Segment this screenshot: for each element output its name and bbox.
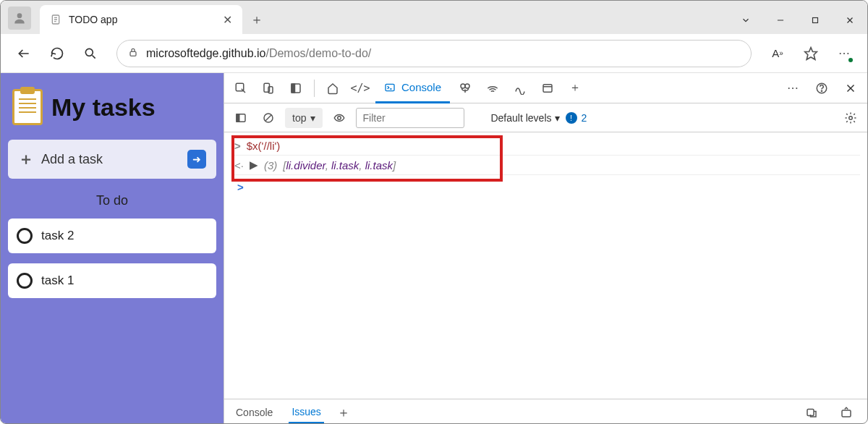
input-prompt-icon: > [234, 140, 241, 152]
close-devtools-icon[interactable] [838, 76, 863, 101]
clear-console-icon[interactable] [258, 107, 279, 129]
console-toolbar: top ▾ Default levels ▾ ! 2 [224, 103, 867, 132]
chevron-down-icon: ▾ [555, 112, 560, 124]
issues-badge[interactable]: ! 2 [566, 112, 587, 124]
svg-rect-6 [813, 18, 818, 23]
todo-app-panel: My tasks ＋ Add a task ➜ To do task 2 tas… [1, 73, 224, 424]
svg-point-27 [821, 90, 822, 91]
menu-button[interactable]: ⋯ [831, 41, 857, 67]
svg-rect-37 [842, 410, 851, 417]
url-text: microsoftedge.github.io/Demos/demo-to-do… [146, 47, 371, 60]
close-window-button[interactable] [833, 7, 867, 34]
devtools-panel: </> Console ＋ ⋯ top ▾ [224, 73, 867, 424]
log-levels-selector[interactable]: Default levels ▾ [490, 112, 559, 124]
svg-rect-18 [292, 84, 295, 93]
svg-point-21 [461, 84, 465, 88]
sidebar-toggle-icon[interactable] [230, 107, 252, 129]
minimize-button[interactable] [763, 7, 798, 34]
checkbox-circle[interactable] [17, 273, 33, 289]
tab-title: TODO app [69, 14, 216, 25]
input-prompt-icon: > [234, 178, 247, 196]
task-text: task 2 [41, 229, 74, 243]
profile-button[interactable] [8, 7, 31, 30]
refresh-button[interactable] [44, 41, 70, 67]
console-prompt-line[interactable]: > [231, 175, 860, 199]
console-result-line[interactable]: <· ▶ (3) [li.divider, li.task, li.task] [231, 156, 860, 175]
window-controls [728, 7, 867, 34]
levels-label: Default levels [490, 112, 551, 124]
svg-rect-24 [543, 84, 552, 92]
read-aloud-button[interactable]: A» [765, 41, 791, 67]
console-tab[interactable]: Console [375, 73, 450, 103]
plus-icon: ＋ [18, 148, 34, 170]
chevron-down-icon[interactable] [728, 7, 763, 34]
drawer-add-tab-button[interactable]: ＋ [337, 404, 350, 421]
console-input-code: $x('//li') [247, 140, 281, 152]
svg-point-22 [465, 84, 469, 88]
window-titlebar: TODO app ✕ ＋ [1, 1, 867, 34]
drawer-expand-icon[interactable] [834, 400, 859, 425]
welcome-tab-icon[interactable] [320, 76, 345, 101]
context-selector[interactable]: top ▾ [285, 108, 323, 128]
issue-dot-icon: ! [566, 112, 577, 124]
back-button[interactable] [11, 41, 37, 67]
output-prompt-icon: <· [234, 159, 244, 171]
sources-tab-icon[interactable] [453, 76, 477, 101]
page-icon [50, 14, 61, 25]
live-expression-icon[interactable] [328, 107, 350, 129]
network-tab-icon[interactable] [480, 76, 505, 101]
arrow-right-icon[interactable]: ➜ [187, 150, 206, 169]
context-label: top [292, 112, 306, 124]
app-title: My tasks [51, 93, 156, 122]
svg-line-11 [93, 55, 95, 58]
url-bar: microsoftedge.github.io/Demos/demo-to-do… [1, 34, 867, 73]
inspect-icon[interactable] [229, 76, 253, 101]
drawer-issues-tab[interactable]: Issues [289, 402, 323, 423]
svg-rect-19 [386, 84, 394, 90]
more-tabs-button[interactable]: ＋ [563, 76, 587, 101]
svg-point-34 [338, 116, 341, 119]
task-item[interactable]: task 2 [8, 219, 216, 253]
notification-dot [847, 56, 854, 64]
svg-rect-31 [237, 114, 239, 122]
search-icon[interactable] [77, 41, 103, 67]
new-tab-button[interactable]: ＋ [242, 5, 271, 34]
drawer-console-tab[interactable]: Console [233, 402, 276, 423]
browser-tab[interactable]: TODO app ✕ [40, 5, 242, 34]
console-tab-label: Console [401, 81, 441, 93]
result-array: [li.divider, li.task, li.task] [283, 159, 396, 171]
maximize-button[interactable] [798, 7, 833, 34]
dock-icon[interactable] [284, 76, 308, 101]
console-output[interactable]: > $x('//li') <· ▶ (3) [li.divider, li.ta… [224, 132, 867, 399]
add-task-button[interactable]: ＋ Add a task ➜ [8, 140, 216, 179]
svg-line-33 [265, 115, 271, 121]
add-task-label: Add a task [41, 152, 180, 167]
checkbox-circle[interactable] [17, 228, 33, 244]
drawer-action-icon[interactable] [799, 400, 824, 425]
expand-icon[interactable]: ▶ [250, 158, 258, 171]
devtools-drawer-tabs: Console Issues ＋ [224, 399, 867, 424]
devtools-tabbar: </> Console ＋ ⋯ [224, 73, 867, 103]
address-field[interactable]: microsoftedge.github.io/Demos/demo-to-do… [116, 40, 752, 67]
performance-tab-icon[interactable] [508, 76, 532, 101]
device-toggle-icon[interactable] [256, 76, 281, 101]
filter-input[interactable] [356, 108, 464, 128]
section-label: To do [8, 193, 216, 208]
more-options-icon[interactable]: ⋯ [780, 76, 805, 101]
svg-point-0 [17, 13, 22, 18]
favorite-button[interactable] [798, 41, 824, 67]
chevron-down-icon: ▾ [310, 112, 315, 124]
tab-close-icon[interactable]: ✕ [223, 13, 232, 27]
task-item[interactable]: task 1 [8, 263, 216, 298]
app-header: My tasks [8, 80, 216, 130]
elements-tab-icon[interactable]: </> [348, 76, 373, 101]
console-input-line: > $x('//li') [231, 137, 860, 156]
svg-point-35 [849, 116, 853, 119]
svg-marker-13 [805, 47, 817, 59]
console-settings-icon[interactable] [840, 107, 861, 129]
svg-rect-12 [130, 51, 136, 56]
issue-count: 2 [582, 112, 587, 124]
help-icon[interactable] [809, 76, 834, 101]
application-tab-icon[interactable] [535, 76, 560, 101]
lock-icon [127, 46, 139, 61]
